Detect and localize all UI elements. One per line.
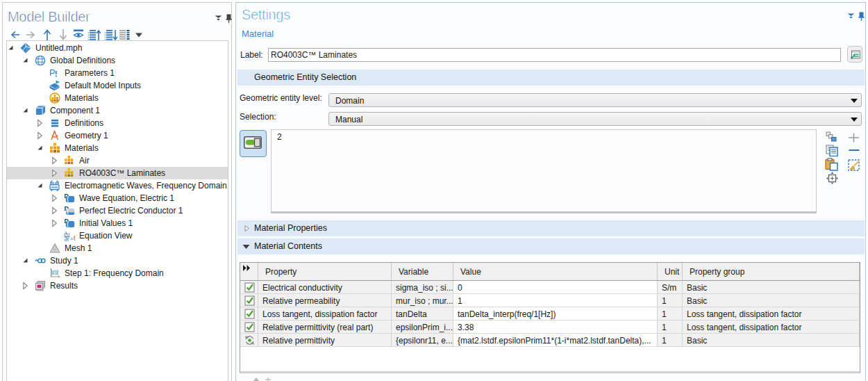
svg-text:=f: =f	[70, 235, 75, 242]
svg-text:P: P	[49, 67, 56, 78]
svg-text:∂t: ∂t	[65, 236, 69, 241]
